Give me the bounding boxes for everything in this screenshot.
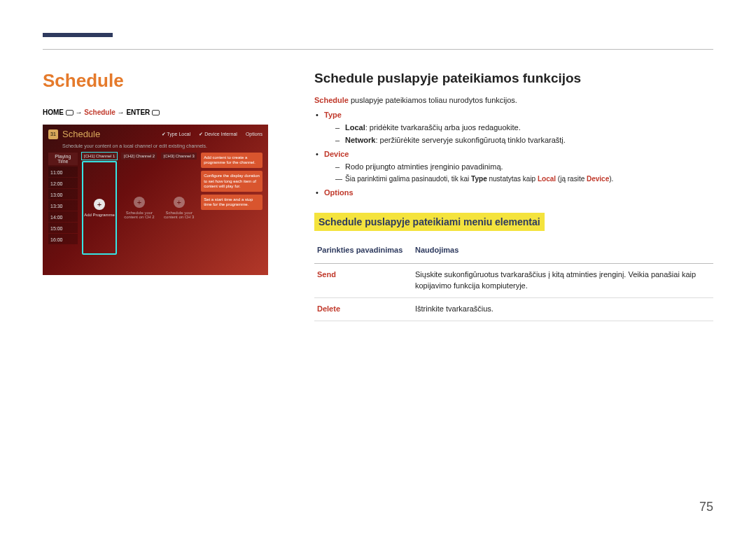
hint-box: Set a start time and a stop time for the…	[201, 195, 262, 210]
plus-icon: +	[94, 199, 105, 210]
option-desc: Siųskite sukonfigūruotus tvarkaraščius į…	[412, 263, 713, 297]
option-name: Send	[314, 263, 412, 297]
time-slot: 14:00	[48, 211, 78, 222]
channel-box: + Schedule your content on CH 3	[161, 161, 197, 255]
channel-header: [CH2] Channel 2	[121, 153, 157, 160]
mockup-options: Options	[246, 132, 262, 136]
subitem-device-desc: Rodo prijungto atminties įrenginio pavad…	[324, 162, 713, 173]
plus-icon: +	[134, 197, 145, 208]
plus-icon: +	[174, 197, 185, 208]
subitem-local: Local: pridėkite tvarkaraščių arba juos …	[324, 122, 713, 134]
options-table: Parinkties pavadinimas Naudojimas Send S…	[314, 241, 713, 321]
option-name: Delete	[314, 297, 412, 321]
page-number: 75	[699, 500, 713, 514]
breadcrumb-enter: ENTER	[126, 108, 150, 116]
channel-header: [CH1] Channel 1	[82, 153, 118, 160]
header-accent-bar	[43, 33, 113, 37]
channel-box-label: Schedule your content on CH 2	[121, 211, 157, 219]
intro-text: Schedule puslapyje pateikiamos toliau nu…	[314, 95, 713, 106]
mockup-type: ✔ Type Local	[162, 132, 191, 137]
enter-icon	[152, 110, 160, 115]
option-desc: Ištrinkite tvarkaraščius.	[412, 297, 713, 321]
section-heading: Schedule puslapyje pateikiamos funkcijos	[314, 69, 713, 88]
breadcrumb-schedule: Schedule	[84, 108, 115, 116]
mockup-subtitle: Schedule your content on a local channel…	[43, 143, 268, 153]
time-slot: 12:00	[48, 178, 78, 188]
hint-box: Configure the display duration to set ho…	[201, 171, 262, 192]
list-item-device: Device Rodo prijungto atminties įrengini…	[314, 149, 713, 184]
table-col-usage: Naudojimas	[412, 241, 713, 263]
schedule-screenshot: 31 Schedule ✔ Type Local ✔ Device Intern…	[43, 125, 268, 275]
table-col-option: Parinkties pavadinimas	[314, 241, 412, 263]
subitem-network: Network: peržiūrėkite serveryje sukonfig…	[324, 135, 713, 146]
channel-box-selected: + Add Programme	[82, 161, 118, 255]
header-divider	[43, 49, 713, 50]
time-slot: 16:00	[48, 234, 78, 244]
time-slot: 15:00	[48, 223, 78, 233]
time-slot: 13:30	[48, 200, 78, 211]
channel-box-label: Schedule your content on CH 3	[161, 211, 197, 219]
channel-box: + Schedule your content on CH 2	[121, 161, 157, 255]
breadcrumb-arrow1: →	[76, 108, 83, 116]
calendar-icon: 31	[48, 129, 58, 139]
table-row: Send Siųskite sukonfigūruotus tvarkarašč…	[314, 263, 713, 297]
mockup-device: ✔ Device Internal	[199, 132, 237, 137]
list-item-type: Type Local: pridėkite tvarkaraščių arba …	[314, 110, 713, 146]
time-slot: 13:00	[48, 189, 78, 199]
time-col-header: Playing Time	[48, 153, 78, 165]
breadcrumb-home: HOME	[43, 108, 64, 116]
subsection-heading: Schedule puslapyje pateikiami meniu elem…	[314, 213, 545, 231]
channel-box-label: Add Programme	[84, 213, 115, 217]
time-slot: 11:00	[48, 167, 78, 177]
breadcrumb-arrow2: →	[118, 108, 125, 116]
mockup-title: Schedule	[62, 129, 100, 139]
hint-box: Add content to create a programme for th…	[201, 153, 262, 168]
table-row: Delete Ištrinkite tvarkaraščius.	[314, 297, 713, 321]
breadcrumb: HOME → Schedule → ENTER	[43, 108, 160, 116]
list-item-options: Options	[314, 188, 713, 199]
page-title: Schedule	[43, 70, 124, 92]
home-icon	[66, 110, 74, 115]
channel-header: [CH3] Channel 3	[161, 153, 197, 160]
device-note: Šia parinktimi galima pasinaudoti, tik k…	[324, 174, 713, 185]
